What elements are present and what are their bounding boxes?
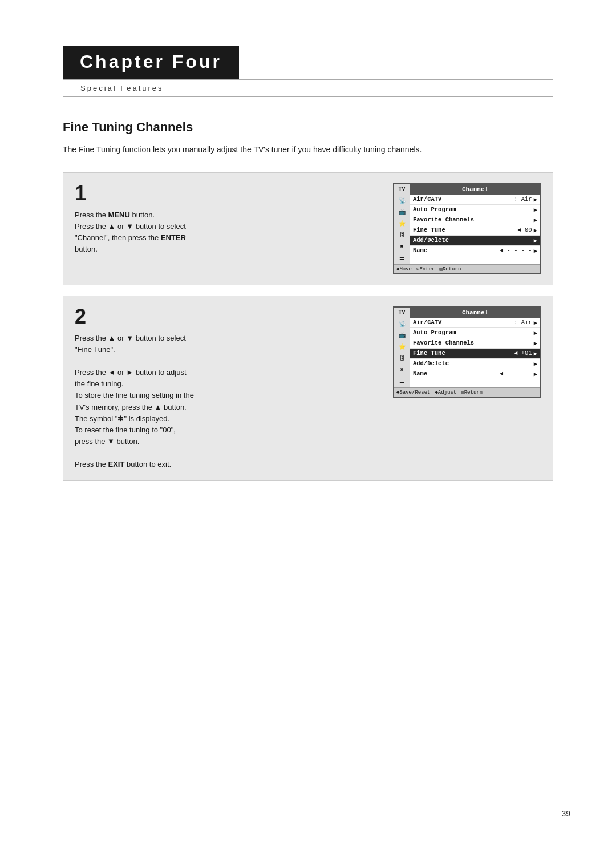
table-row-selected: Fine Tune ◄ +01 ▶ (410, 349, 540, 359)
step-2-box: 2 Press the ▲ or ▼ button to select "Fin… (63, 296, 553, 482)
step-2-icons-col: 📡 📺 ⭐ 🎛 ✖ ☰ (394, 318, 410, 387)
table-row: Favorite Channels ▶ (410, 215, 540, 225)
table-row: Auto Program ▶ (410, 205, 540, 215)
icon-list-2: ☰ (396, 376, 408, 386)
table-row: Favorite Channels ▶ (410, 338, 540, 349)
step-2-menu-footer: ◆Save/Reset ◆Adjust ▥Return (394, 387, 540, 397)
table-row-selected: Add/Delete ▶ (410, 236, 540, 246)
icon-x-2: ✖ (396, 365, 408, 375)
step-2-menu-channel-label: Channel (410, 308, 540, 318)
icon-antenna-2: 📡 (396, 319, 408, 329)
step-1-menu-rows: Air/CATV : Air ▶ Auto Program ▶ Favorite… (410, 195, 540, 264)
icon-tv-2: 📺 (396, 330, 408, 341)
chapter-subtitle-box: Special Features (63, 79, 553, 97)
table-row: Air/CATV : Air ▶ (410, 318, 540, 328)
step-2-menu-rows: Air/CATV : Air ▶ Auto Program ▶ Favorite… (410, 318, 540, 387)
step-2-menu: TV Channel 📡 📺 ⭐ 🎛 ✖ ☰ Air/CATV (393, 306, 541, 471)
step-2-menu-tv-label: TV (394, 308, 410, 318)
step-1-icons-col: 📡 📺 ⭐ 🎛 ✖ ☰ (394, 195, 410, 264)
step-1-menu-footer: ◆Move ⊕Enter ▥Return (394, 264, 540, 273)
page-number: 39 (561, 809, 570, 818)
table-row: Add/Delete ▶ (410, 359, 540, 369)
chapter-title: Chapter Four (80, 51, 222, 72)
table-row: Auto Program ▶ (410, 328, 540, 338)
intro-text: The Fine Tuning function lets you manual… (63, 144, 553, 156)
icon-tune-2: 🎛 (396, 353, 408, 363)
chapter-header: Chapter Four Special Features (63, 46, 553, 97)
step-2-menu-header: TV Channel (394, 308, 540, 318)
step-2-menu-body: 📡 📺 ⭐ 🎛 ✖ ☰ Air/CATV : Air ▶ Auto (394, 318, 540, 387)
icon-tune: 🎛 (396, 230, 408, 240)
chapter-subtitle: Special Features (80, 84, 164, 92)
step-1-menu-tv-label: TV (394, 184, 410, 195)
step-2-tv-menu: TV Channel 📡 📺 ⭐ 🎛 ✖ ☰ Air/CATV (393, 306, 541, 398)
table-row: Fine Tune ◄ 00 ▶ (410, 225, 540, 236)
section-title: Fine Tuning Channels (63, 120, 553, 135)
step-2-left: 2 Press the ▲ or ▼ button to select "Fin… (75, 306, 379, 471)
step-1-number: 1 (75, 183, 379, 204)
step-1-tv-menu: TV Channel 📡 📺 ⭐ 🎛 ✖ ☰ Air/CATV (393, 183, 541, 274)
icon-star-2: ⭐ (396, 342, 408, 352)
step-1-left: 1 Press the MENU button. Press the ▲ or … (75, 183, 379, 274)
chapter-title-box: Chapter Four (63, 46, 239, 79)
table-row: Air/CATV : Air ▶ (410, 195, 540, 205)
icon-tv: 📺 (396, 207, 408, 217)
step-2-instructions: Press the ▲ or ▼ button to select "Fine … (75, 333, 379, 471)
step-1-menu-body: 📡 📺 ⭐ 🎛 ✖ ☰ Air/CATV : Air ▶ Auto (394, 195, 540, 264)
step-1-menu: TV Channel 📡 📺 ⭐ 🎛 ✖ ☰ Air/CATV (393, 183, 541, 274)
step-2-number: 2 (75, 306, 379, 327)
step-1-box: 1 Press the MENU button. Press the ▲ or … (63, 172, 553, 285)
icon-x: ✖ (396, 241, 408, 252)
icon-antenna: 📡 (396, 196, 408, 206)
step-1-menu-channel-label: Channel (410, 184, 540, 195)
step-1-instructions: Press the MENU button. Press the ▲ or ▼ … (75, 209, 379, 256)
table-row: Name ◄ - - - - ▶ (410, 369, 540, 379)
icon-list: ☰ (396, 253, 408, 263)
icon-star: ⭐ (396, 219, 408, 229)
step-1-menu-header: TV Channel (394, 184, 540, 195)
table-row: Name ◄ - - - - ▶ (410, 246, 540, 256)
